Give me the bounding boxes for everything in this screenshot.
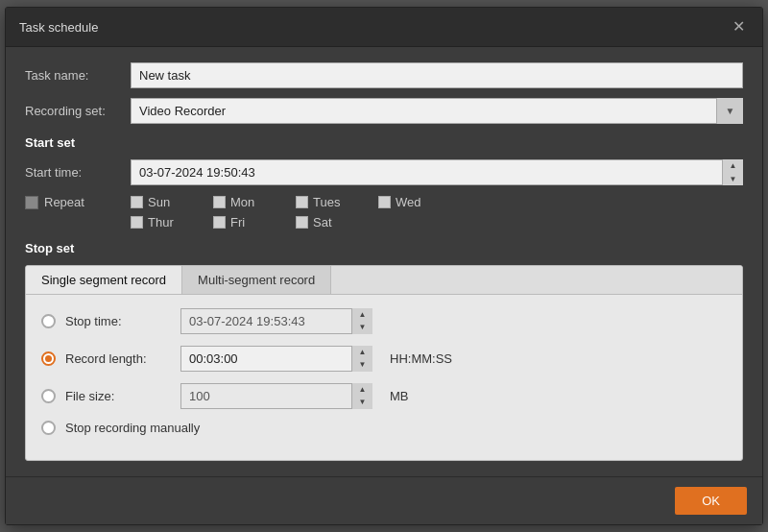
start-time-decrement-button[interactable]: ▼: [723, 173, 743, 186]
day-fri-label: Fri: [230, 215, 245, 230]
record-length-row: Record length: ▲ ▼ HH:MM:SS: [41, 346, 727, 372]
start-set-header: Start set: [25, 135, 743, 150]
task-name-label: Task name:: [25, 68, 131, 83]
file-size-increment-button[interactable]: ▲: [352, 383, 372, 397]
day-thur: Thur: [131, 215, 198, 230]
file-size-radio[interactable]: [41, 389, 56, 403]
dialog-footer: OK: [6, 476, 762, 524]
dialog-content: Task name: Recording set: Video Recorder…: [6, 47, 762, 476]
day-mon: Mon: [213, 195, 280, 209]
stop-set-box: Single segment record Multi-segment reco…: [25, 265, 743, 461]
stop-set-tabs: Single segment record Multi-segment reco…: [26, 266, 742, 295]
day-tues-checkbox[interactable]: [296, 196, 308, 208]
record-length-spinner: ▲ ▼: [180, 346, 372, 372]
day-mon-checkbox[interactable]: [213, 196, 226, 208]
start-time-spinner-buttons: ▲ ▼: [722, 159, 743, 185]
record-length-decrement-button[interactable]: ▼: [352, 359, 372, 373]
close-button[interactable]: ✕: [729, 17, 749, 36]
stop-manual-radio[interactable]: [41, 421, 56, 435]
file-size-unit: MB: [390, 389, 409, 403]
tab-multi-segment[interactable]: Multi-segment record: [182, 266, 331, 294]
record-length-input[interactable]: [180, 346, 372, 372]
day-fri: Fri: [213, 215, 280, 230]
stop-time-increment-button[interactable]: ▲: [352, 308, 372, 322]
start-time-increment-button[interactable]: ▲: [723, 159, 743, 173]
day-wed: Wed: [378, 195, 445, 209]
day-tues: Tues: [296, 195, 363, 209]
file-size-decrement-button[interactable]: ▼: [352, 397, 372, 410]
repeat-row: Repeat Sun Mon Tues: [25, 195, 743, 230]
stop-set-header: Stop set: [25, 241, 743, 255]
file-size-spinner-buttons: ▲ ▼: [351, 383, 372, 409]
day-sat-checkbox[interactable]: [296, 216, 308, 229]
record-length-spinner-buttons: ▲ ▼: [351, 346, 372, 372]
start-time-row: Start time: ▲ ▼: [25, 159, 743, 185]
day-wed-checkbox[interactable]: [378, 196, 391, 208]
day-wed-label: Wed: [396, 195, 421, 209]
start-time-spinner: ▲ ▼: [131, 159, 743, 185]
stop-time-input[interactable]: [180, 308, 372, 334]
days-row-1: Sun Mon Tues Wed: [131, 195, 445, 209]
day-sun-label: Sun: [148, 195, 170, 209]
record-length-increment-button[interactable]: ▲: [352, 346, 372, 359]
file-size-label: File size:: [65, 389, 171, 403]
file-size-row: File size: ▲ ▼ MB: [41, 383, 727, 409]
day-tues-label: Tues: [313, 195, 340, 209]
record-length-label: Record length:: [65, 351, 171, 366]
recording-set-select-wrapper: Video Recorder: [131, 98, 743, 124]
task-schedule-dialog: Task schedule ✕ Task name: Recording set…: [5, 7, 763, 525]
days-row-2: Thur Fri Sat: [131, 215, 445, 230]
day-thur-label: Thur: [148, 215, 174, 230]
day-sat-label: Sat: [313, 215, 332, 230]
recording-set-label: Recording set:: [25, 104, 131, 118]
repeat-label: Repeat: [44, 195, 84, 209]
stop-time-spinner: ▲ ▼: [180, 308, 372, 334]
start-time-label: Start time:: [25, 165, 131, 180]
stop-time-decrement-button[interactable]: ▼: [352, 322, 372, 335]
stop-time-label: Stop time:: [65, 314, 171, 328]
stop-manual-row: Stop recording manually: [41, 421, 727, 435]
stop-time-row: Stop time: ▲ ▼: [41, 308, 727, 334]
day-fri-checkbox[interactable]: [213, 216, 226, 229]
ok-button[interactable]: OK: [675, 487, 747, 515]
start-time-input[interactable]: [131, 159, 743, 185]
day-sat: Sat: [296, 215, 363, 230]
file-size-input[interactable]: [180, 383, 372, 409]
dialog-title: Task schedule: [19, 20, 98, 35]
stop-time-radio[interactable]: [41, 314, 56, 328]
task-name-input[interactable]: [131, 62, 743, 88]
file-size-spinner: ▲ ▼: [180, 383, 372, 409]
recording-set-select[interactable]: Video Recorder: [131, 98, 743, 124]
record-length-radio[interactable]: [41, 351, 56, 366]
task-name-row: Task name:: [25, 62, 743, 88]
repeat-label-area: Repeat: [25, 195, 131, 209]
stop-content: Stop time: ▲ ▼ Record length:: [26, 295, 742, 460]
stop-manual-label: Stop recording manually: [65, 421, 200, 435]
repeat-checkbox[interactable]: [25, 196, 38, 209]
day-sun-checkbox[interactable]: [131, 196, 143, 208]
day-mon-label: Mon: [230, 195, 254, 209]
day-sun: Sun: [131, 195, 198, 209]
day-thur-checkbox[interactable]: [131, 216, 143, 229]
recording-set-row: Recording set: Video Recorder: [25, 98, 743, 124]
days-grid: Sun Mon Tues Wed: [131, 195, 445, 230]
title-bar: Task schedule ✕: [6, 8, 762, 47]
tab-single-segment[interactable]: Single segment record: [26, 266, 182, 294]
stop-time-spinner-buttons: ▲ ▼: [351, 308, 372, 334]
record-length-unit: HH:MM:SS: [390, 351, 452, 366]
